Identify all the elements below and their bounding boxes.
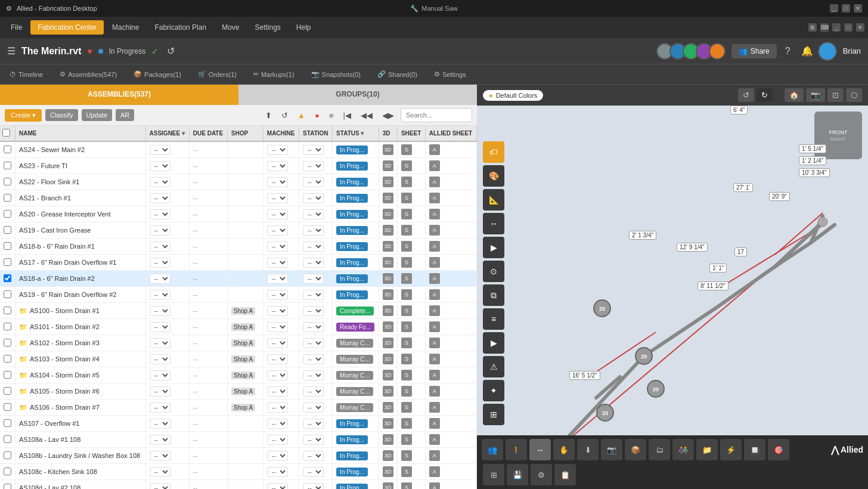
update-button[interactable]: Update xyxy=(82,109,112,121)
row-checkbox[interactable] xyxy=(4,387,11,395)
sub-nav-markups[interactable]: ✏ Markups(1) xyxy=(250,68,298,81)
favorite-icon[interactable]: ♥ xyxy=(87,47,92,56)
row-checkbox[interactable] xyxy=(4,435,11,443)
refresh-icon-btn[interactable]: ↺ xyxy=(278,109,291,122)
3d-viewport[interactable]: FRONT RIGHT xyxy=(477,106,868,435)
row-checkbox[interactable] xyxy=(4,468,11,475)
row-checkbox[interactable] xyxy=(4,242,11,250)
measure-tool-btn[interactable]: 📐 xyxy=(483,189,504,211)
search-input[interactable] xyxy=(401,108,472,122)
3d-icon[interactable]: 3D xyxy=(383,434,393,445)
filter-active-icon-btn[interactable]: ▲ xyxy=(294,109,308,122)
sub-nav-assemblies[interactable]: ⚙ Assemblies(547) xyxy=(56,68,120,81)
row-checkbox[interactable] xyxy=(4,162,11,169)
station-select[interactable]: -- xyxy=(303,435,324,445)
distance-tool-btn[interactable]: ↔ xyxy=(483,213,504,234)
navigate-tool-btn[interactable]: ▶ xyxy=(483,237,504,258)
menu-machine[interactable]: Machine xyxy=(105,20,146,35)
play-tool-btn[interactable]: ▶ xyxy=(483,332,504,354)
transform-tool-btn[interactable]: ⧉ xyxy=(483,284,504,306)
station-select[interactable]: -- xyxy=(303,242,324,252)
row-checkbox[interactable] xyxy=(4,146,11,153)
row-checkbox[interactable] xyxy=(4,355,11,363)
allied-sheet-icon[interactable]: A xyxy=(429,144,440,155)
machine-select[interactable]: -- xyxy=(267,145,288,155)
3d-icon[interactable]: 3D xyxy=(383,418,393,429)
assignee-select[interactable]: -- xyxy=(150,225,170,236)
allied-sheet-icon[interactable]: A xyxy=(429,257,440,268)
sheet-icon[interactable]: S xyxy=(401,241,412,252)
paint-tool-btn[interactable]: 🎨 xyxy=(483,165,504,187)
layers-tool-btn[interactable]: 🔲 xyxy=(744,439,765,460)
machine-select[interactable]: -- xyxy=(267,403,288,413)
station-select[interactable]: -- xyxy=(303,177,324,187)
assignee-select[interactable]: -- xyxy=(150,354,170,364)
walk-tool-btn[interactable]: 🚶 xyxy=(506,439,527,460)
grid2-tool-btn[interactable]: ⊞ xyxy=(483,464,504,485)
row-checkbox[interactable] xyxy=(4,290,11,298)
3d-icon[interactable]: 3D xyxy=(383,450,393,461)
allied-sheet-icon[interactable]: A xyxy=(429,273,440,284)
users-tool-btn[interactable]: 👫 xyxy=(672,439,694,460)
row-checkbox[interactable] xyxy=(4,307,11,314)
allied-sheet-icon[interactable]: A xyxy=(429,354,440,364)
hamburger-menu[interactable]: ☰ xyxy=(7,45,16,57)
row-checkbox[interactable] xyxy=(4,194,11,202)
assignee-select[interactable]: -- xyxy=(150,306,170,316)
palette-icon-btn[interactable]: ■ xyxy=(326,109,337,122)
ar-button[interactable]: AR xyxy=(116,109,134,121)
sub-nav-shared[interactable]: 🔗 Shared(0) xyxy=(374,68,421,81)
sheet-icon[interactable]: S xyxy=(401,338,412,348)
menu-fabrication-plan[interactable]: Fabrication Plan xyxy=(147,20,213,35)
minimize-button[interactable]: _ xyxy=(830,4,838,13)
3d-icon[interactable]: 3D xyxy=(383,273,393,284)
sheet-icon[interactable]: S xyxy=(401,160,412,171)
3d-icon[interactable]: 3D xyxy=(383,289,393,300)
station-select[interactable]: -- xyxy=(303,451,324,461)
assignee-select[interactable]: -- xyxy=(150,467,170,477)
allied-sheet-icon[interactable]: A xyxy=(429,241,440,252)
star-tool-btn[interactable]: ✦ xyxy=(483,380,504,401)
station-select[interactable]: -- xyxy=(303,322,324,332)
machine-select[interactable]: -- xyxy=(267,306,288,316)
machine-select[interactable]: -- xyxy=(267,338,288,348)
3d-icon[interactable]: 3D xyxy=(383,354,393,364)
3d-icon[interactable]: 3D xyxy=(383,144,393,155)
3d-icon[interactable]: 3D xyxy=(383,225,393,236)
3d-icon[interactable]: 3D xyxy=(383,466,393,477)
station-select[interactable]: -- xyxy=(303,306,324,316)
assignee-select[interactable]: -- xyxy=(150,403,170,413)
grid-tool-btn[interactable]: ⊞ xyxy=(483,404,504,425)
3d-view-btn[interactable]: ⬡ xyxy=(846,88,862,102)
assignee-select[interactable]: -- xyxy=(150,258,170,268)
toolbar-restore-btn[interactable]: □ xyxy=(844,23,852,32)
redo-btn[interactable]: ↻ xyxy=(757,88,773,102)
sheet-icon[interactable]: S xyxy=(401,273,412,284)
allied-sheet-icon[interactable]: A xyxy=(429,402,440,413)
menu-move[interactable]: Move xyxy=(215,20,246,35)
color-icon-btn[interactable]: ● xyxy=(312,109,323,122)
assignee-select[interactable]: -- xyxy=(150,193,170,203)
3d-icon[interactable]: 3D xyxy=(383,370,393,380)
allied-sheet-icon[interactable]: A xyxy=(429,386,440,397)
station-select[interactable]: -- xyxy=(303,386,324,397)
allied-sheet-icon[interactable]: A xyxy=(429,289,440,300)
sheet-icon[interactable]: S xyxy=(401,144,412,155)
sheet-icon[interactable]: S xyxy=(401,257,412,268)
home-view-btn[interactable]: 🏠 xyxy=(785,88,804,102)
row-checkbox[interactable] xyxy=(4,371,11,379)
notification-icon[interactable]: 🔔 xyxy=(799,43,816,59)
sheet-icon[interactable]: S xyxy=(401,418,412,429)
allied-sheet-icon[interactable]: A xyxy=(429,193,440,203)
allied-sheet-icon[interactable]: A xyxy=(429,209,440,219)
3d-icon[interactable]: 3D xyxy=(383,305,393,316)
sub-nav-settings[interactable]: ⚙ Settings xyxy=(430,68,470,81)
row-checkbox[interactable] xyxy=(4,419,11,427)
assignee-select[interactable]: -- xyxy=(150,274,170,284)
menu-settings[interactable]: Settings xyxy=(247,20,287,35)
save-tool-btn[interactable]: 💾 xyxy=(507,464,528,485)
2d-view-btn[interactable]: ⊡ xyxy=(827,88,844,102)
machine-select[interactable]: -- xyxy=(267,451,288,461)
row-checkbox[interactable] xyxy=(4,323,11,330)
hand-tool-btn[interactable]: ✋ xyxy=(553,439,575,460)
